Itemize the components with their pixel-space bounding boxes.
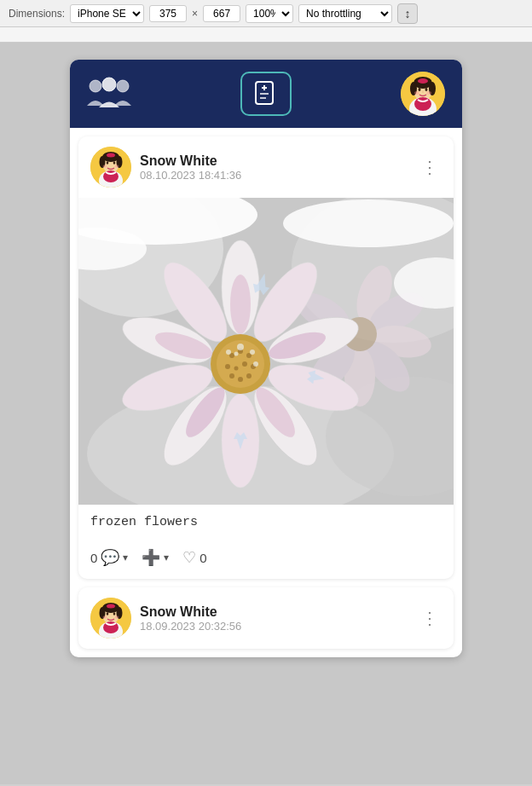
like-action[interactable]: ♡ 0 [182, 548, 206, 567]
svg-point-1 [117, 80, 129, 92]
svg-point-79 [253, 361, 258, 367]
height-input[interactable] [203, 5, 240, 22]
svg-point-77 [237, 344, 244, 350]
comment-chevron-icon: ▾ [123, 552, 128, 563]
svg-point-16 [422, 91, 424, 93]
zoom-selector[interactable]: 100% [246, 4, 293, 23]
post-header-1: Snow White 08.10.2023 18:41:36 ⋮ [78, 136, 454, 198]
svg-point-75 [242, 361, 247, 367]
ruler [0, 27, 532, 43]
browser-bar: Dimensions: iPhone SE × 100% No throttli… [0, 0, 532, 27]
post-caption-1: frozen flowers [78, 505, 454, 540]
svg-point-20 [414, 97, 431, 111]
post-user-info-2: Snow White 18.09.2023 20:32:56 [140, 604, 409, 633]
post-user-info-1: Snow White 08.10.2023 18:41:36 [140, 153, 409, 182]
svg-point-57 [230, 275, 251, 334]
svg-point-81 [234, 352, 239, 356]
throttle-selector[interactable]: No throttling [298, 4, 392, 23]
app-container: Snow White 08.10.2023 18:41:36 ⋮ [70, 60, 462, 657]
post-avatar-1[interactable] [90, 147, 131, 188]
svg-point-78 [250, 350, 255, 355]
like-count: 0 [200, 551, 206, 565]
post-avatar-2[interactable] [90, 598, 131, 639]
post-card-1: Snow White 08.10.2023 18:41:36 ⋮ [78, 136, 454, 579]
svg-point-27 [107, 161, 109, 165]
svg-point-28 [113, 161, 116, 165]
svg-point-97 [103, 621, 119, 633]
svg-point-95 [115, 616, 119, 619]
comment-icon: 💬 [101, 548, 119, 567]
svg-point-18 [426, 91, 431, 95]
groups-icon[interactable] [87, 75, 131, 113]
post-username-2: Snow White [140, 604, 409, 620]
svg-point-32 [103, 170, 119, 182]
comment-count: 0 [90, 551, 97, 565]
post-menu-button-2[interactable]: ⋮ [418, 604, 442, 632]
svg-point-92 [107, 612, 109, 616]
svg-point-93 [113, 612, 116, 616]
svg-point-17 [414, 91, 419, 95]
post-menu-button-1[interactable]: ⋮ [418, 153, 442, 181]
svg-point-26 [107, 153, 115, 158]
post-username-1: Snow White [140, 153, 409, 169]
times-separator: × [192, 8, 198, 20]
svg-point-15 [425, 88, 428, 91]
svg-point-91 [107, 604, 115, 609]
svg-point-70 [246, 373, 252, 379]
svg-point-14 [419, 88, 421, 91]
dimensions-label: Dimensions: [9, 8, 65, 20]
rotate-button[interactable]: ↕ [397, 3, 418, 24]
svg-point-13 [418, 78, 428, 84]
add-icon: ➕ [142, 548, 160, 567]
add-action[interactable]: ➕ ▾ [142, 548, 169, 567]
nav-user-avatar[interactable] [401, 72, 445, 116]
post-timestamp-1: 08.10.2023 18:41:36 [140, 169, 409, 182]
svg-point-80 [226, 350, 231, 355]
content-area: Snow White 08.10.2023 18:41:36 ⋮ [0, 43, 532, 784]
comment-action[interactable]: 0 💬 ▾ [90, 548, 128, 567]
post-header-2: Snow White 18.09.2023 20:32:56 ⋮ [78, 587, 454, 649]
svg-point-76 [234, 367, 239, 371]
device-selector[interactable]: iPhone SE [70, 4, 144, 23]
post-image-1 [78, 198, 454, 505]
svg-point-94 [103, 616, 107, 619]
svg-point-0 [90, 80, 101, 92]
width-input[interactable] [149, 5, 187, 22]
svg-point-29 [103, 165, 107, 168]
svg-rect-3 [256, 82, 273, 104]
heart-icon: ♡ [182, 548, 196, 567]
add-post-button[interactable] [240, 72, 292, 116]
svg-point-2 [102, 78, 116, 91]
add-chevron-icon: ▾ [164, 552, 169, 563]
svg-point-83 [283, 199, 454, 247]
post-card-2: Snow White 18.09.2023 20:32:56 ⋮ [78, 587, 454, 649]
svg-point-30 [115, 165, 119, 168]
svg-point-73 [225, 364, 230, 369]
svg-point-72 [229, 373, 234, 379]
app-navbar [70, 60, 462, 128]
svg-point-71 [238, 377, 243, 382]
post-timestamp-2: 18.09.2023 20:32:56 [140, 620, 409, 633]
post-actions-1: 0 💬 ▾ ➕ ▾ ♡ 0 [78, 540, 454, 579]
